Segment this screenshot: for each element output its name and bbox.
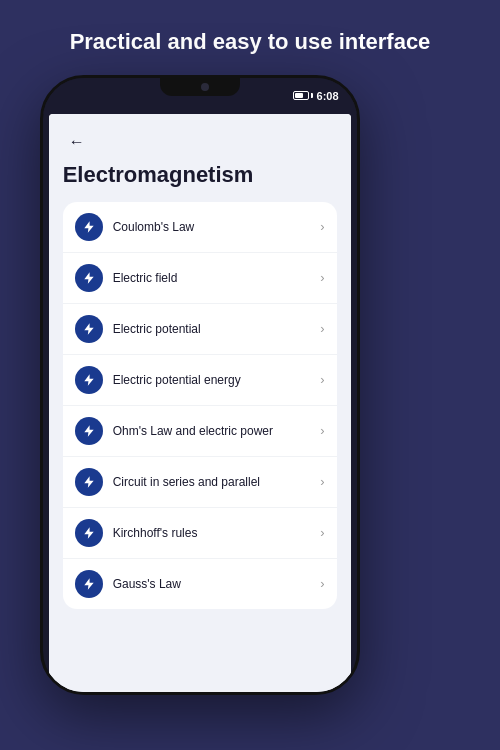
screen-title: Electromagnetism bbox=[63, 162, 337, 188]
svg-marker-7 bbox=[84, 578, 93, 590]
camera-dot bbox=[201, 83, 209, 91]
lightning-icon bbox=[75, 417, 103, 445]
lightning-icon bbox=[75, 570, 103, 598]
back-arrow-icon: ← bbox=[69, 133, 85, 151]
back-button[interactable]: ← bbox=[63, 128, 91, 156]
list-item[interactable]: Coulomb's Law› bbox=[63, 202, 337, 253]
lightning-icon bbox=[75, 264, 103, 292]
status-time: 6:08 bbox=[317, 90, 339, 102]
chevron-right-icon: › bbox=[320, 474, 324, 489]
item-label: Coulomb's Law bbox=[113, 220, 321, 234]
content-inner: ← Electromagnetism Coulomb's Law› Electr… bbox=[49, 114, 351, 692]
chevron-right-icon: › bbox=[320, 372, 324, 387]
list-item[interactable]: Circuit in series and parallel› bbox=[63, 457, 337, 508]
list-item[interactable]: Electric potential energy› bbox=[63, 355, 337, 406]
item-label: Gauss's Law bbox=[113, 577, 321, 591]
item-label: Kirchhoff's rules bbox=[113, 526, 321, 540]
page-background: Practical and easy to use interface 6:08 bbox=[40, 0, 461, 695]
item-label: Electric field bbox=[113, 271, 321, 285]
svg-marker-4 bbox=[84, 425, 93, 437]
chevron-right-icon: › bbox=[320, 576, 324, 591]
phone-frame: 6:08 ← Electromagnetism Coulomb's Law› E… bbox=[40, 75, 360, 695]
lightning-icon bbox=[75, 213, 103, 241]
lightning-icon bbox=[75, 519, 103, 547]
item-label: Electric potential bbox=[113, 322, 321, 336]
svg-marker-5 bbox=[84, 476, 93, 488]
svg-marker-3 bbox=[84, 374, 93, 386]
chevron-right-icon: › bbox=[320, 321, 324, 336]
chevron-right-icon: › bbox=[320, 270, 324, 285]
svg-marker-2 bbox=[84, 323, 93, 335]
list-item[interactable]: Ohm's Law and electric power› bbox=[63, 406, 337, 457]
list-item[interactable]: Kirchhoff's rules› bbox=[63, 508, 337, 559]
chevron-right-icon: › bbox=[320, 525, 324, 540]
chevron-right-icon: › bbox=[320, 423, 324, 438]
lightning-icon bbox=[75, 366, 103, 394]
phone-screen: ← Electromagnetism Coulomb's Law› Electr… bbox=[49, 114, 351, 692]
chevron-right-icon: › bbox=[320, 219, 324, 234]
phone-notch bbox=[160, 78, 240, 96]
list-item[interactable]: Electric field› bbox=[63, 253, 337, 304]
list-item[interactable]: Gauss's Law› bbox=[63, 559, 337, 609]
status-bar: 6:08 bbox=[43, 78, 357, 114]
list-item[interactable]: Electric potential› bbox=[63, 304, 337, 355]
lightning-icon bbox=[75, 315, 103, 343]
svg-marker-1 bbox=[84, 272, 93, 284]
lightning-icon bbox=[75, 468, 103, 496]
battery-icon bbox=[293, 91, 313, 100]
page-header: Practical and easy to use interface bbox=[40, 0, 461, 75]
svg-marker-6 bbox=[84, 527, 93, 539]
item-label: Ohm's Law and electric power bbox=[113, 424, 321, 438]
page-header-text: Practical and easy to use interface bbox=[70, 28, 431, 57]
svg-marker-0 bbox=[84, 221, 93, 233]
topic-list: Coulomb's Law› Electric field› Electric … bbox=[63, 202, 337, 609]
item-label: Electric potential energy bbox=[113, 373, 321, 387]
item-label: Circuit in series and parallel bbox=[113, 475, 321, 489]
status-right: 6:08 bbox=[293, 90, 339, 102]
